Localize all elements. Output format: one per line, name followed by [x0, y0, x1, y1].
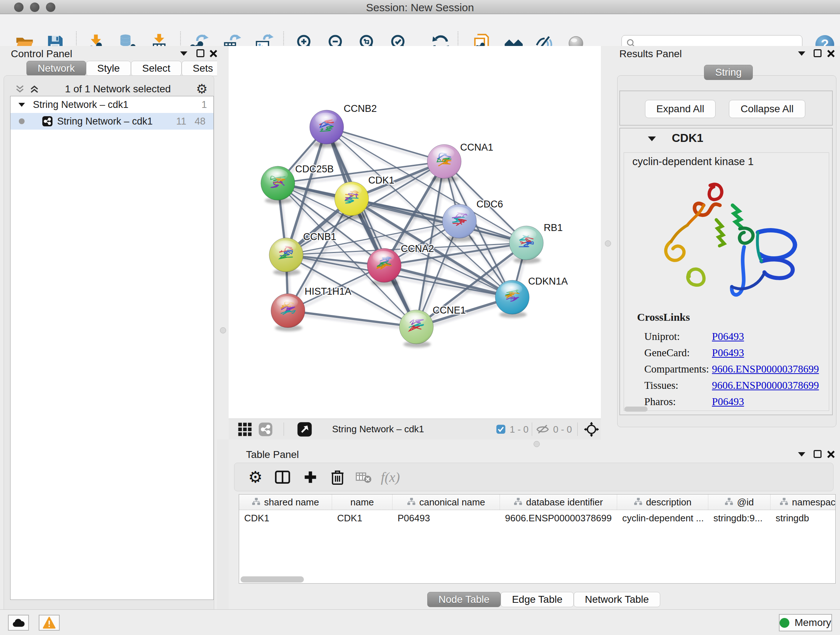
crosslink-link[interactable]: P06493: [712, 331, 744, 342]
node-label-CCNA2: CCNA2: [401, 243, 434, 254]
table-cell[interactable]: stringdb:9...: [708, 510, 771, 526]
open-view-icon[interactable]: [297, 422, 312, 439]
column-header-database-identifier[interactable]: database identifier: [500, 494, 617, 510]
column-header-label: name: [350, 497, 374, 508]
table-settings-gear-icon[interactable]: ⚙: [246, 468, 265, 486]
panel-menu-icon[interactable]: [798, 51, 805, 56]
crosslink-row: Uniprot:P06493: [624, 328, 829, 345]
string-view-icon[interactable]: [258, 422, 273, 438]
function-builder-icon[interactable]: f(x): [381, 468, 400, 486]
protein-structure-image: [649, 171, 808, 309]
collapse-all-chevron-icon[interactable]: [14, 84, 25, 95]
protein-details: cyclin-dependent kinase 1: [624, 152, 829, 411]
network-row[interactable]: String Network – cdk1 11 48: [11, 113, 213, 130]
table-cell[interactable]: 9606.ENSP00000378699: [500, 510, 617, 526]
crosslink-row: Tissues:9606.ENSP00000378699: [624, 377, 829, 394]
node-label-CCNB1: CCNB1: [303, 231, 336, 242]
splitter-handle[interactable]: [605, 241, 611, 247]
table-cell[interactable]: P06493: [393, 510, 500, 526]
protein-result-card: CDK1 cyclin-dependent kinase 1: [619, 128, 833, 415]
table-hscrollbar-thumb[interactable]: [240, 576, 304, 583]
tab-network-table[interactable]: Network Table: [574, 592, 660, 607]
expand-all-chevron-icon[interactable]: [29, 84, 40, 95]
collapse-section-icon[interactable]: [648, 136, 656, 141]
column-header-canonical-name[interactable]: canonical name: [393, 494, 500, 510]
crosslink-link[interactable]: 9606.ENSP00000378699: [712, 379, 819, 391]
selected-count-label: 1 - 0: [510, 424, 529, 435]
panel-float-icon[interactable]: [813, 49, 821, 57]
hidden-eye-icon[interactable]: [536, 423, 549, 437]
expand-all-button[interactable]: Expand All: [645, 100, 715, 118]
network-selection-status: 1 of 1 Network selected: [40, 83, 196, 95]
delete-column-trash-icon[interactable]: [328, 468, 347, 486]
panel-menu-icon[interactable]: [798, 452, 805, 456]
table-panel: Table Panel ⚙ f(x) shared namenamecanoni…: [229, 449, 840, 609]
crosslink-row: GeneCard:P06493: [624, 345, 829, 361]
main-toolbar: ?: [0, 14, 840, 46]
table-cell[interactable]: CDK1: [332, 510, 393, 526]
table-cell[interactable]: CDK1: [239, 510, 332, 526]
node-label-HIST1H1A: HIST1H1A: [305, 286, 351, 297]
tab-node-table[interactable]: Node Table: [427, 592, 501, 607]
move-crosshair-icon[interactable]: [584, 422, 599, 439]
results-scrollbar-thumb[interactable]: [624, 407, 647, 412]
memory-button[interactable]: Memory: [779, 614, 832, 631]
splitter-handle[interactable]: [220, 327, 226, 333]
cloud-icon: [11, 617, 26, 628]
column-header-label: @id: [737, 497, 754, 508]
shared-column-icon: [780, 497, 788, 508]
network-status-dot-icon: [19, 119, 25, 124]
node-table: shared namenamecanonical namedatabase id…: [239, 494, 836, 584]
column-header--id[interactable]: @id: [708, 494, 771, 510]
panel-menu-icon[interactable]: [180, 51, 187, 56]
network-collection-row[interactable]: String Network – cdk1 1: [11, 96, 213, 113]
network-row-label: String Network – cdk1: [57, 116, 153, 127]
table-header-row: shared namenamecanonical namedatabase id…: [239, 494, 835, 510]
tab-style[interactable]: Style: [86, 61, 131, 76]
panel-float-icon[interactable]: [196, 49, 204, 57]
column-header-shared-name[interactable]: shared name: [239, 494, 332, 510]
column-header-namespace[interactable]: namespace: [771, 494, 836, 510]
column-header-description[interactable]: description: [617, 494, 708, 510]
panel-float-icon[interactable]: [813, 450, 821, 458]
network-view-toolbar: String Network – cdk1 1 - 0 0 - 0: [229, 418, 601, 440]
cloud-status-button[interactable]: [8, 615, 29, 631]
gear-icon[interactable]: ⚙: [196, 82, 208, 96]
collapse-all-button[interactable]: Collapse All: [729, 100, 805, 118]
delete-table-icon[interactable]: [354, 468, 373, 486]
network-node-group-CCNE1: [399, 310, 433, 348]
crosslinks-list: Uniprot:P06493GeneCard:P06493Compartment…: [624, 328, 829, 410]
tab-network[interactable]: Network: [27, 61, 86, 76]
window-title: Session: New Session: [0, 2, 840, 14]
tree-expand-icon[interactable]: [19, 103, 25, 107]
crosslink-link[interactable]: P06493: [712, 396, 744, 408]
cytoscape-window: Session: New Session: [0, 0, 840, 635]
add-column-icon[interactable]: [301, 468, 320, 486]
show-columns-icon[interactable]: [273, 468, 292, 486]
table-cell[interactable]: cyclin-dependent ...: [617, 510, 708, 526]
memory-status-dot-icon: [780, 618, 789, 628]
node-count: 11: [176, 116, 186, 127]
network-canvas[interactable]: CCNB2CCNA1CDC25BCDK1CDC6RB1CCNB1CCNA2CDK…: [229, 46, 601, 418]
tab-string[interactable]: String: [704, 65, 753, 80]
tab-select[interactable]: Select: [131, 61, 182, 76]
network-list: String Network – cdk1 1 String Network –…: [10, 96, 214, 600]
column-header-name[interactable]: name: [332, 494, 393, 510]
control-panel-tabs: NetworkStyleSelectSets: [27, 61, 224, 76]
table-cell[interactable]: stringdb: [771, 510, 836, 526]
warnings-button[interactable]: [39, 615, 60, 631]
grid-view-icon[interactable]: [238, 422, 252, 438]
panel-close-icon[interactable]: [827, 450, 835, 459]
panel-close-icon[interactable]: [827, 49, 835, 58]
selected-checkbox-icon[interactable]: [496, 424, 506, 435]
tab-edge-table[interactable]: Edge Table: [501, 592, 574, 607]
right-splitter[interactable]: [601, 46, 615, 439]
crosslink-link[interactable]: 9606.ENSP00000378699: [712, 363, 819, 375]
crosslink-link[interactable]: P06493: [712, 347, 744, 359]
memory-label: Memory: [794, 617, 831, 629]
shared-column-icon: [252, 497, 261, 508]
titlebar: Session: New Session: [0, 0, 840, 14]
crosslink-label: Compartments:: [644, 363, 709, 375]
panel-close-icon[interactable]: [209, 49, 218, 58]
splitter-handle[interactable]: [534, 441, 540, 447]
